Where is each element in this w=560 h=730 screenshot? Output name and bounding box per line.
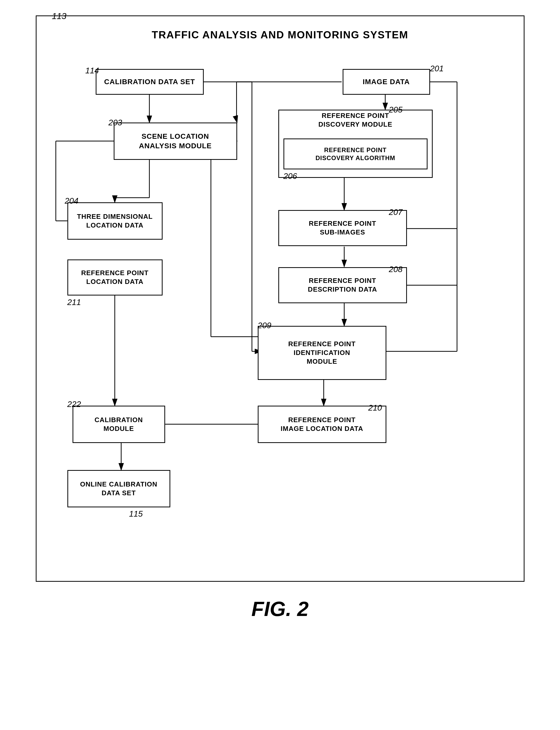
- ref-203: 203: [109, 118, 122, 127]
- image-data-box: IMAGE DATA: [343, 69, 430, 95]
- reference-point-image-location-data-box: REFERENCE POINT IMAGE LOCATION DATA: [258, 406, 386, 443]
- calibration-module-box: CALIBRATION MODULE: [73, 406, 165, 443]
- ref-209: 209: [258, 321, 271, 330]
- ref-204: 204: [65, 196, 78, 206]
- diagram-container: 113 TRAFFIC ANALYSIS AND MONITORING SYST…: [36, 15, 525, 582]
- reference-point-discovery-algorithm-box: REFERENCE POINT DISCOVERY ALGORITHM: [283, 138, 428, 169]
- ref-115: 115: [129, 509, 143, 519]
- fig-label: FIG. 2: [251, 597, 308, 621]
- diagram-area: CALIBRATION DATA SET 114 IMAGE DATA 201 …: [52, 54, 508, 563]
- scene-location-analysis-module-box: SCENE LOCATION ANALYSIS MODULE: [114, 122, 237, 160]
- ref-206: 206: [283, 171, 297, 181]
- rp-discovery-module-label: REFERENCE POINTDISCOVERY MODULE: [278, 111, 433, 129]
- reference-point-location-data-box: REFERENCE POINT LOCATION DATA: [67, 259, 163, 295]
- three-dimensional-location-data-box: THREE DIMENSIONAL LOCATION DATA: [67, 202, 163, 240]
- ref-207: 207: [389, 207, 403, 217]
- ref-114: 114: [85, 66, 99, 75]
- diagram-title: TRAFFIC ANALYSIS AND MONITORING SYSTEM: [52, 29, 508, 41]
- container-ref-113: 113: [52, 11, 67, 21]
- online-calibration-data-set-box: ONLINE CALIBRATION DATA SET: [67, 470, 170, 507]
- reference-point-description-data-box: REFERENCE POINT DESCRIPTION DATA: [278, 267, 407, 303]
- ref-210: 210: [368, 403, 382, 413]
- reference-point-sub-images-box: REFERENCE POINT SUB-IMAGES: [278, 210, 407, 246]
- reference-point-identification-module-box: REFERENCE POINT IDENTIFICATION MODULE: [258, 326, 386, 380]
- ref-208: 208: [389, 264, 403, 274]
- svg-line-8: [236, 120, 237, 122]
- ref-222: 222: [67, 400, 81, 409]
- ref-201: 201: [430, 64, 444, 73]
- calibration-data-set-box: CALIBRATION DATA SET: [96, 69, 204, 95]
- ref-211: 211: [67, 297, 81, 307]
